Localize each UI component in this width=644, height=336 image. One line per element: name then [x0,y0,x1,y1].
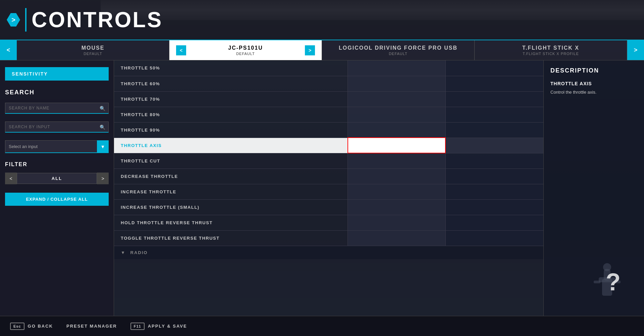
row-cell-col1 [348,199,446,215]
apply-save-button[interactable]: F11 APPLY & SAVE [130,323,187,330]
row-cell-col2 [445,91,543,107]
description-image-area: ? [574,249,641,309]
row-cell-col2 [445,184,543,199]
row-cell-col1 [348,215,446,230]
table-row[interactable]: DECREASE THROTTLE [114,169,543,184]
section-radio-header[interactable]: ▼ RADIO [114,246,543,259]
throttle-axis-label: THROTTLE AXIS [114,138,348,153]
search-by-input-input[interactable] [5,122,109,133]
row-cell-col1 [348,184,446,199]
filter-row: < ALL > [5,173,109,184]
search-by-name-input[interactable] [5,103,109,114]
sensitivity-button[interactable]: SENSITIVITY [5,67,109,81]
expand-collapse-button[interactable]: EXPAND / COLLAPSE ALL [5,193,109,206]
tab-jc-next-arrow[interactable]: > [305,45,315,55]
section-radio-label: RADIO [130,250,148,255]
row-cell-col2 [445,215,543,230]
apply-save-label: APPLY & SAVE [148,324,187,329]
table-row[interactable]: THROTTLE 80% [114,107,543,122]
row-cell-col2 [445,60,543,76]
row-label: THROTTLE 80% [114,107,348,122]
description-item-text: Control the throttle axis. [550,89,637,96]
table-row-throttle-axis[interactable]: THROTTLE AXIS [114,138,543,153]
table-row[interactable]: THROTTLE 60% [114,76,543,91]
select-input-dropdown[interactable]: Select an input [5,140,109,153]
question-mark-label: ? [606,268,621,296]
main-container: > CONTROLS < MOUSE DEFAULT < JC-PS101U D… [0,0,644,316]
filter-next-arrow[interactable]: > [97,173,109,184]
sidebar: SENSITIVITY SEARCH 🔍 🔍 Select an input ▼… [0,60,114,316]
search-label: SEARCH [5,89,109,96]
tab-next-arrow[interactable]: > [627,40,644,60]
row-label: TOGGLE THROTTLE REVERSE THRUST [114,230,348,246]
bottom-bar: Esc GO BACK PRESET MANAGER F11 APPLY & S… [0,316,644,336]
row-cell-col1 [348,60,446,76]
section-arrow-icon: ▼ [121,250,126,255]
search-by-name-wrap: 🔍 [5,103,109,114]
controls-table: THROTTLE 50% THROTTLE 60% THROTTLE 70% [114,60,543,259]
section-header-label: ▼ RADIO [114,246,543,259]
table-area[interactable]: THROTTLE 50% THROTTLE 60% THROTTLE 70% [114,60,543,316]
row-cell-col2 [445,153,543,169]
row-cell-col1 [348,107,446,122]
apply-save-key-badge: F11 [130,323,145,330]
title-chevron-icon: > [7,13,20,27]
go-back-label: GO BACK [28,324,53,329]
table-row[interactable]: THROTTLE 90% [114,122,543,138]
tab-logicool[interactable]: LOGICOOL DRIVING FORCE PRO USB DEFAULT [322,40,475,60]
tab-jcps101u[interactable]: < JC-PS101U DEFAULT > [169,40,322,60]
table-row[interactable]: HOLD THROTTLE REVERSE THRUST [114,215,543,230]
table-row[interactable]: INCREASE THROTTLE [114,184,543,199]
tab-mouse[interactable]: MOUSE DEFAULT [17,40,169,60]
go-back-button[interactable]: Esc GO BACK [10,323,53,330]
description-panel: DESCRIPTION THROTTLE AXIS Control the th… [543,60,644,316]
table-row[interactable]: INCREASE THROTTLE (SMALL) [114,199,543,215]
row-cell-col2 [445,107,543,122]
tab-jc-prev-arrow[interactable]: < [176,45,186,55]
row-cell-col1 [348,230,446,246]
row-cell-col2 [445,76,543,91]
row-cell-col2 [445,122,543,138]
search-by-input-wrap: 🔍 [5,122,109,133]
tab-navigation: < MOUSE DEFAULT < JC-PS101U DEFAULT > LO… [0,40,644,60]
tab-tflight[interactable]: T.FLIGHT STICK X T.FLIGHT STICK X PROFIL… [475,40,627,60]
row-cell-col1 [348,91,446,107]
filter-label: FILTER [5,161,109,167]
throttle-axis-cell-dark [445,138,543,153]
tab-jc-content: JC-PS101U DEFAULT [186,45,305,56]
preset-manager-button[interactable]: PRESET MANAGER [66,324,117,329]
row-label: DECREASE THROTTLE [114,169,348,184]
go-back-key-badge: Esc [10,323,24,330]
filter-value: ALL [17,173,97,184]
search-input-icon: 🔍 [100,125,105,130]
description-title: DESCRIPTION [550,67,637,74]
row-cell-col1 [348,76,446,91]
tab-prev-arrow[interactable]: < [0,40,17,60]
row-label: INCREASE THROTTLE [114,184,348,199]
preset-manager-label: PRESET MANAGER [66,324,117,329]
table-row[interactable]: THROTTLE 50% [114,60,543,76]
row-cell-col2 [445,169,543,184]
description-item-name: THROTTLE AXIS [550,81,637,86]
table-row[interactable]: TOGGLE THROTTLE REVERSE THRUST [114,230,543,246]
page-title: CONTROLS [32,7,163,32]
throttle-axis-cell-selected[interactable] [348,138,446,153]
content-area: SENSITIVITY SEARCH 🔍 🔍 Select an input ▼… [0,60,644,316]
row-label: THROTTLE 90% [114,122,348,138]
search-name-icon: 🔍 [100,106,105,111]
row-cell-col1 [348,169,446,184]
row-label: THROTTLE 70% [114,91,348,107]
table-row[interactable]: THROTTLE 70% [114,91,543,107]
row-cell-col2 [445,199,543,215]
row-label: THROTTLE 60% [114,76,348,91]
table-row[interactable]: THROTTLE CUT [114,153,543,169]
select-input-wrap: Select an input ▼ [5,140,109,153]
row-cell-col1 [348,153,446,169]
filter-prev-arrow[interactable]: < [5,173,17,184]
title-bar-line [25,8,26,32]
row-cell-col1 [348,122,446,138]
svg-rect-4 [594,281,600,283]
row-label: THROTTLE 50% [114,60,348,76]
row-cell-col2 [445,230,543,246]
title-bar: > CONTROLS [0,0,644,40]
